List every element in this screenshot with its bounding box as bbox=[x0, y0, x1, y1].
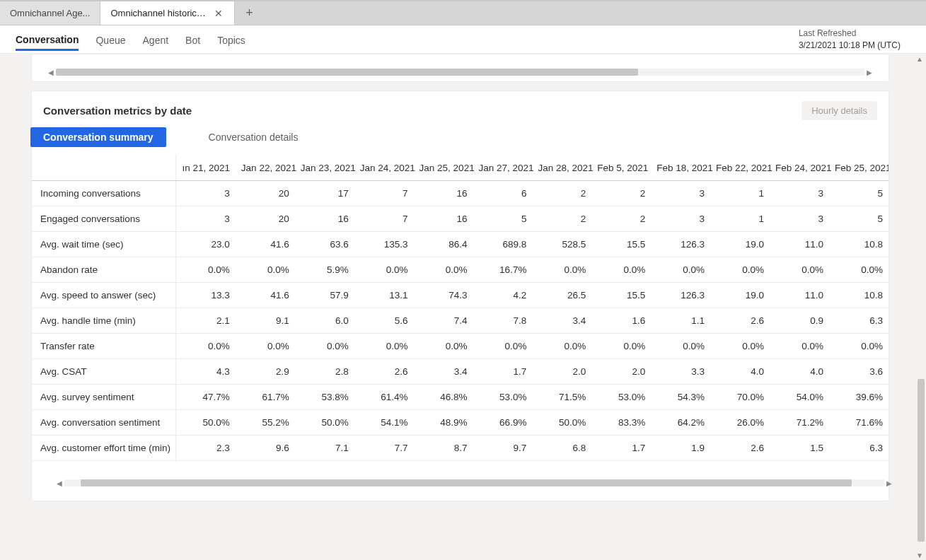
tab-omnichannel-agent[interactable]: Omnichannel Age... bbox=[0, 1, 100, 25]
nav-topics[interactable]: Topics bbox=[217, 29, 245, 50]
metric-value: 1.7 bbox=[473, 359, 532, 385]
close-icon[interactable]: ✕ bbox=[213, 7, 224, 20]
scroll-left-icon[interactable]: ◀ bbox=[54, 479, 64, 487]
metric-value: 0.0% bbox=[591, 257, 651, 283]
metric-value: 11.0 bbox=[770, 283, 829, 308]
metric-value: 74.3 bbox=[414, 283, 473, 308]
metric-value: 7.4 bbox=[414, 308, 473, 334]
scroll-left-icon[interactable]: ◀ bbox=[46, 69, 56, 76]
metric-value: 0.0% bbox=[473, 334, 532, 359]
metric-value: 2.8 bbox=[295, 359, 354, 385]
metric-value: 41.6 bbox=[236, 283, 295, 308]
metric-value: 0.0% bbox=[354, 334, 414, 359]
metric-value: 2.6 bbox=[354, 359, 414, 385]
scroll-thumb[interactable] bbox=[81, 479, 851, 486]
table-row: Incoming conversations320177166223135 bbox=[32, 181, 889, 206]
metric-value: 0.0% bbox=[414, 334, 473, 359]
metric-value: 126.3 bbox=[651, 283, 710, 308]
metric-value: 1.9 bbox=[651, 436, 710, 461]
metric-label: Transfer rate bbox=[32, 334, 176, 359]
metric-header-blank bbox=[32, 154, 176, 181]
metric-value: 0.9 bbox=[770, 308, 829, 334]
metric-value: 0.0% bbox=[354, 257, 414, 283]
view-tab-summary[interactable]: Conversation summary bbox=[30, 127, 166, 147]
metric-value: 6.8 bbox=[532, 436, 591, 461]
metric-label: Avg. customer effort time (min) bbox=[32, 436, 176, 461]
metric-value: 50.0% bbox=[295, 410, 354, 436]
metric-value: 64.2% bbox=[651, 410, 710, 436]
metric-value: 6.3 bbox=[829, 436, 889, 461]
date-header: Feb 25, 2021 bbox=[829, 154, 889, 181]
metric-value: 13.3 bbox=[176, 283, 236, 308]
scroll-right-icon[interactable]: ▶ bbox=[864, 69, 874, 76]
metric-value: 13.1 bbox=[354, 283, 414, 308]
metric-value: 2.6 bbox=[710, 436, 770, 461]
hourly-details-button[interactable]: Hourly details bbox=[801, 101, 877, 120]
metric-value: 47.7% bbox=[176, 385, 236, 410]
metric-value: 46.8% bbox=[414, 385, 473, 410]
scroll-up-icon[interactable]: ▲ bbox=[915, 54, 925, 64]
metric-value: 3 bbox=[651, 181, 710, 206]
nav-queue[interactable]: Queue bbox=[96, 29, 125, 50]
report-body: ◀ ▶ Conversation metrics by date Hourly … bbox=[0, 54, 926, 560]
metric-value: 71.5% bbox=[532, 385, 591, 410]
metric-value: 61.4% bbox=[354, 385, 414, 410]
metric-value: 4.3 bbox=[176, 359, 236, 385]
table-row: Avg. customer effort time (min)2.39.67.1… bbox=[32, 436, 889, 461]
metric-value: 3.6 bbox=[829, 359, 889, 385]
metric-value: 1.6 bbox=[591, 308, 651, 334]
metric-value: 0.0% bbox=[236, 257, 295, 283]
metric-value: 53.8% bbox=[295, 385, 354, 410]
metric-value: 3.4 bbox=[532, 308, 591, 334]
metric-value: 0.0% bbox=[770, 257, 829, 283]
metric-value: 135.3 bbox=[354, 232, 414, 257]
metric-value: 1 bbox=[710, 206, 770, 232]
table-hscroll[interactable]: ◀ ▶ bbox=[54, 477, 894, 489]
metric-value: 7.1 bbox=[295, 436, 354, 461]
metric-value: 54.1% bbox=[354, 410, 414, 436]
scroll-down-icon[interactable]: ▼ bbox=[915, 550, 925, 560]
table-row: Abandon rate0.0%0.0%5.9%0.0%0.0%16.7%0.0… bbox=[32, 257, 889, 283]
date-header: ın 21, 2021 bbox=[176, 154, 236, 181]
metric-label: Incoming conversations bbox=[32, 181, 176, 206]
metric-value: 2.0 bbox=[591, 359, 651, 385]
metric-value: 2.9 bbox=[236, 359, 295, 385]
metric-value: 50.0% bbox=[532, 410, 591, 436]
date-header: Jan 27, 2021 bbox=[473, 154, 532, 181]
metric-label: Engaged conversations bbox=[32, 206, 176, 232]
metric-value: 1.5 bbox=[770, 436, 829, 461]
metric-label: Abandon rate bbox=[32, 257, 176, 283]
date-header: Jan 28, 2021 bbox=[532, 154, 591, 181]
nav-agent[interactable]: Agent bbox=[143, 29, 169, 50]
metric-label: Avg. survey sentiment bbox=[32, 385, 176, 410]
date-header: Feb 24, 2021 bbox=[770, 154, 829, 181]
tab-label: Omnichannel historical an... bbox=[110, 8, 206, 18]
scroll-track[interactable] bbox=[64, 479, 884, 486]
metric-value: 71.2% bbox=[770, 410, 829, 436]
nav-conversation[interactable]: Conversation bbox=[16, 28, 79, 51]
metric-value: 7.7 bbox=[354, 436, 414, 461]
metric-label: Avg. handle time (min) bbox=[32, 308, 176, 334]
metric-value: 15.5 bbox=[591, 283, 651, 308]
table-row: Avg. CSAT4.32.92.82.63.41.72.02.03.34.04… bbox=[32, 359, 889, 385]
scroll-track[interactable] bbox=[56, 69, 864, 76]
view-tab-details[interactable]: Conversation details bbox=[196, 127, 311, 147]
window-tab-strip: Omnichannel Age... Omnichannel historica… bbox=[0, 1, 926, 25]
metric-value: 5 bbox=[829, 206, 889, 232]
tab-omnichannel-historical[interactable]: Omnichannel historical an... ✕ bbox=[100, 1, 235, 25]
table-row: Avg. conversation sentiment50.0%55.2%50.… bbox=[32, 410, 889, 436]
scroll-right-icon[interactable]: ▶ bbox=[884, 479, 894, 487]
metric-value: 0.0% bbox=[710, 257, 770, 283]
nav-bot[interactable]: Bot bbox=[185, 29, 200, 50]
metric-value: 53.0% bbox=[591, 385, 651, 410]
metric-value: 5 bbox=[829, 181, 889, 206]
metric-value: 0.0% bbox=[176, 257, 236, 283]
upper-panel-hscroll[interactable]: ◀ ▶ bbox=[46, 67, 874, 77]
metric-value: 55.2% bbox=[236, 410, 295, 436]
metric-value: 54.0% bbox=[770, 385, 829, 410]
scroll-thumb[interactable] bbox=[56, 69, 638, 76]
metric-value: 3 bbox=[176, 181, 236, 206]
page-vscroll-thumb[interactable] bbox=[918, 379, 925, 542]
new-tab-button[interactable]: + bbox=[235, 1, 263, 25]
table-row: Avg. survey sentiment47.7%61.7%53.8%61.4… bbox=[32, 385, 889, 410]
